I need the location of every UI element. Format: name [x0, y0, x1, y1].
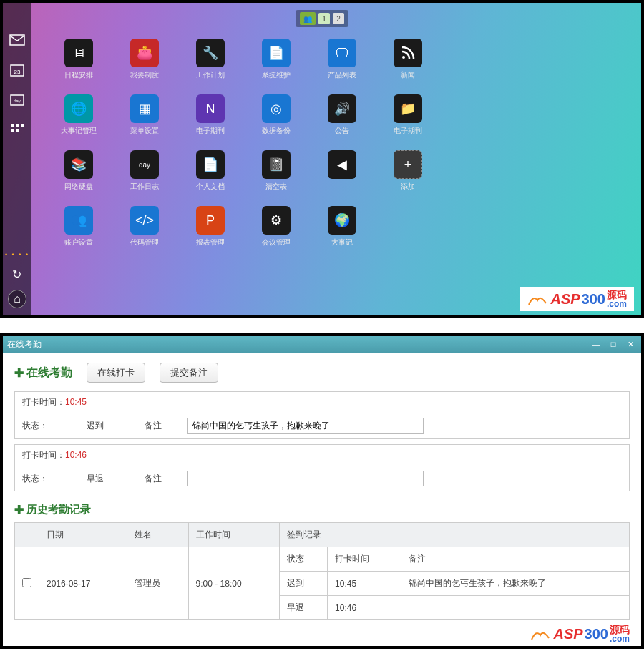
status-value: 迟到	[79, 413, 137, 439]
status-dots: • • • •	[5, 251, 29, 258]
calendar-icon[interactable]: 23	[7, 62, 27, 79]
svg-text:day: day	[14, 99, 21, 103]
time-value: 10:46	[65, 450, 87, 460]
close-button[interactable]: ✕	[624, 338, 637, 350]
grid-icon: ▦	[130, 94, 159, 123]
app-netdisk[interactable]: 📚网络硬盘	[46, 150, 112, 206]
apps-icon[interactable]	[7, 122, 27, 139]
app-reports[interactable]: P报表管理	[177, 206, 243, 262]
svg-point-10	[402, 56, 405, 59]
app-label: 系统维护	[262, 70, 291, 80]
wrench-icon: 🔧	[196, 39, 225, 67]
clock-form-1: 打卡时间：10:45 状态： 迟到 备注	[14, 391, 630, 439]
flame-icon	[530, 625, 552, 642]
svg-rect-7	[21, 124, 24, 127]
app-announce[interactable]: 🔊公告	[309, 94, 375, 150]
remark-input-1[interactable]	[187, 418, 424, 434]
app-ejournal[interactable]: N电子期刊	[177, 94, 243, 150]
row-checkbox-cell	[15, 547, 39, 620]
app-ejournal2[interactable]: 📁电子期刊	[375, 94, 441, 150]
folder-icon: 📁	[394, 94, 422, 123]
app-meeting[interactable]: ⚙会议管理	[243, 206, 309, 262]
cell-status: 迟到	[279, 572, 327, 596]
app-menu[interactable]: ▦菜单设置	[112, 94, 177, 150]
app-label: 会议管理	[262, 237, 291, 248]
remark-input-2[interactable]	[187, 471, 424, 486]
time-value: 10:45	[65, 397, 87, 407]
cell-date: 2016-08-17	[39, 547, 127, 620]
app-worklog[interactable]: day工作日志	[112, 150, 177, 206]
svg-text:23: 23	[14, 69, 21, 75]
history-title: ✚历史考勤记录	[14, 503, 630, 516]
cell-worktime: 9:00 - 18:00	[188, 547, 279, 620]
th-name: 姓名	[127, 523, 188, 547]
row-checkbox[interactable]	[22, 578, 31, 587]
app-sysmaint[interactable]: 📄系统维护	[243, 39, 309, 94]
app-account[interactable]: 👥账户设置	[46, 206, 112, 262]
watermark-logo: ASP300 源码.com	[525, 623, 635, 645]
sub-th-status: 状态	[279, 547, 327, 572]
history-table: 日期 姓名 工作时间 签到记录 2016-08-17 管理员 9:00 - 18…	[14, 522, 630, 620]
page-2[interactable]: 2	[333, 13, 344, 24]
watermark-asp: ASP	[550, 291, 580, 308]
status-label: 状态：	[15, 413, 79, 439]
app-mute[interactable]: ◀	[309, 150, 375, 206]
app-rules[interactable]: 👛我要制度	[112, 39, 177, 94]
app-label: 工作计划	[196, 70, 225, 80]
minimize-button[interactable]: —	[590, 338, 602, 350]
window-titlebar: 在线考勤 — □ ✕	[3, 336, 641, 353]
app-label: 报表管理	[196, 237, 225, 248]
app-label: 代码管理	[130, 237, 159, 248]
app-label: 大事记管理	[61, 126, 97, 136]
remark-label: 备注	[137, 413, 180, 439]
app-products[interactable]: 🖵产品列表	[309, 39, 375, 94]
watermark-cn2: .com	[610, 635, 630, 643]
page-1[interactable]: 1	[318, 13, 330, 24]
app-backup[interactable]: ◎数据备份	[243, 94, 309, 150]
app-news[interactable]: 新闻	[375, 39, 441, 94]
sound-icon: 🔊	[328, 94, 356, 123]
cell-status: 早退	[279, 596, 327, 620]
section-header: ✚在线考勤 在线打卡 提交备注	[14, 363, 630, 383]
app-label: 个人文档	[196, 182, 225, 192]
mail-icon[interactable]	[7, 31, 27, 49]
app-label: 电子期刊	[394, 126, 422, 136]
clock-in-button[interactable]: 在线打卡	[87, 363, 145, 383]
code-icon: </>	[130, 206, 159, 235]
layers-icon: 📚	[64, 150, 93, 179]
watermark-cn1: 源码	[610, 625, 630, 635]
book-icon: 📓	[262, 150, 291, 179]
cell-time: 10:45	[328, 572, 401, 596]
maximize-button[interactable]: □	[607, 338, 620, 350]
time-row-1: 打卡时间：10:45	[15, 392, 630, 413]
globe-icon: 🌐	[64, 94, 93, 123]
submit-remark-button[interactable]: 提交备注	[160, 363, 218, 383]
refresh-icon[interactable]: ↻	[7, 265, 27, 283]
cell-remark	[401, 596, 630, 620]
app-clear[interactable]: 📓清空表	[243, 150, 309, 206]
sliders-icon: ⚙	[262, 206, 291, 235]
watermark-cn2: .com	[607, 300, 627, 308]
day-icon[interactable]: day	[7, 92, 27, 109]
app-add[interactable]: +添加	[375, 150, 441, 206]
clock-form-2: 打卡时间：10:46 状态： 早退 备注	[14, 444, 630, 491]
watermark-logo: ASP300 源码.com	[520, 287, 634, 311]
ppt-icon: P	[196, 206, 225, 235]
app-code[interactable]: </>代码管理	[112, 206, 177, 262]
watermark-300: 300	[582, 291, 605, 308]
monitor-icon: 🖵	[328, 39, 356, 67]
app-events[interactable]: 🌐大事记管理	[46, 94, 112, 150]
disc-icon: ◎	[262, 94, 291, 123]
app-schedule[interactable]: 🖥日程安排	[46, 39, 112, 94]
app-docs[interactable]: 📄个人文档	[177, 150, 243, 206]
note-icon: N	[196, 94, 225, 123]
app-bigevents[interactable]: 🌍大事记	[309, 206, 375, 262]
cell-time: 10:46	[328, 596, 401, 620]
watermark-300: 300	[585, 626, 608, 642]
app-workplan[interactable]: 🔧工作计划	[177, 39, 243, 94]
app-grid: 🖥日程安排 👛我要制度 🔧工作计划 📄系统维护 🖵产品列表 新闻 🌐大事记管理 …	[46, 39, 441, 262]
pager: 👥 1 2	[296, 10, 348, 27]
attendance-window: 在线考勤 — □ ✕ ✚在线考勤 在线打卡 提交备注 打卡时间：10:45 状态…	[0, 333, 644, 649]
pager-avatar-icon[interactable]: 👥	[300, 12, 316, 25]
home-button[interactable]: ⌂	[8, 290, 26, 308]
